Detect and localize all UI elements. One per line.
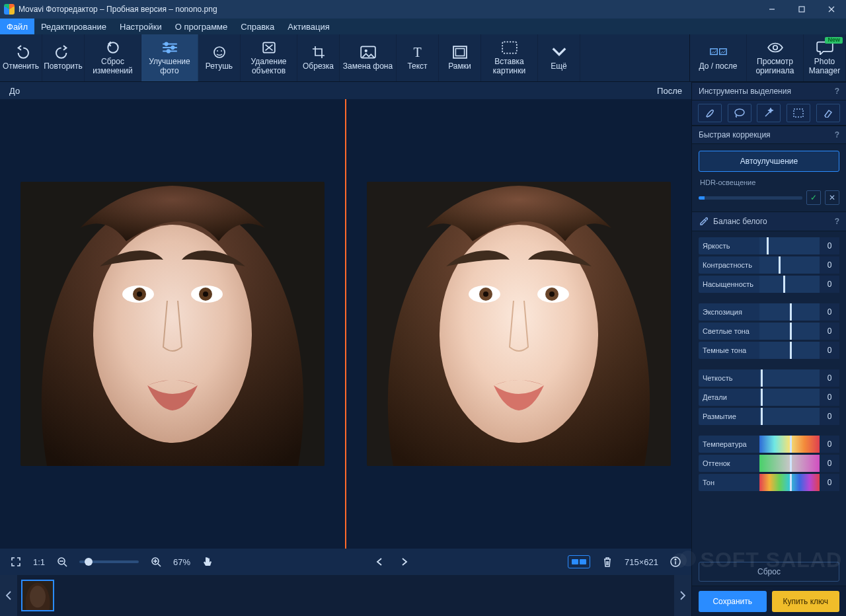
more-button[interactable]: Ещё xyxy=(538,34,580,81)
before-after-toggle[interactable]: До / после xyxy=(690,34,747,81)
lasso-tool-button[interactable] xyxy=(728,104,751,122)
view-original-button[interactable]: Просмотр оригинала xyxy=(747,34,804,81)
svg-point-12 xyxy=(217,50,218,52)
eraser-icon xyxy=(260,40,278,55)
svg-point-37 xyxy=(483,291,488,297)
svg-rect-18 xyxy=(455,48,464,56)
bg-replace-label: Замена фона xyxy=(343,62,393,71)
prev-button[interactable] xyxy=(371,554,387,570)
info-button[interactable] xyxy=(668,554,683,570)
selection-tools-label: Инструменты выделения xyxy=(699,87,791,96)
view-original-label: Просмотр оригинала xyxy=(750,58,800,75)
minimize-button[interactable] xyxy=(757,0,787,19)
before-label: До xyxy=(9,86,20,96)
menu-about[interactable]: О программе xyxy=(169,19,235,34)
new-badge: New xyxy=(825,37,843,44)
reset-changes-button[interactable]: Сброс изменений xyxy=(85,34,141,81)
wand-tool-button[interactable] xyxy=(757,104,781,122)
crop-icon xyxy=(310,45,327,59)
reset-button[interactable]: Сброс xyxy=(699,562,839,582)
delete-button[interactable] xyxy=(599,554,615,570)
reset-icon xyxy=(104,40,122,55)
svg-line-43 xyxy=(158,564,161,566)
blur-slider[interactable]: Размытие0 xyxy=(699,408,839,425)
contrast-slider[interactable]: Контрастность0 xyxy=(699,256,839,274)
insert-image-icon xyxy=(501,40,518,55)
help-icon[interactable]: ? xyxy=(835,130,839,139)
frames-button[interactable]: Рамки xyxy=(439,34,481,81)
enhance-button[interactable]: Улучшение фото xyxy=(141,34,198,81)
hue-slider[interactable]: Тон0 xyxy=(699,474,839,491)
menubar: Файл Редактирование Настройки О программ… xyxy=(0,19,846,34)
highlights-slider[interactable]: Светлые тона0 xyxy=(699,323,839,340)
thumbnail-item[interactable] xyxy=(21,580,54,611)
redo-button[interactable]: Повторить xyxy=(42,34,85,81)
compare-icon xyxy=(710,45,727,59)
undo-button[interactable]: Отменить xyxy=(0,34,42,81)
hdr-cancel-button[interactable]: ✕ xyxy=(825,190,839,205)
hdr-slider[interactable] xyxy=(699,196,802,200)
close-button[interactable] xyxy=(816,0,846,19)
text-button[interactable]: T Текст xyxy=(397,34,439,81)
crop-button[interactable]: Обрезка xyxy=(297,34,340,81)
temperature-slider[interactable]: Температура0 xyxy=(699,436,839,453)
marquee-tool-button[interactable] xyxy=(787,104,810,122)
zoom-out-button[interactable] xyxy=(54,554,70,570)
more-label: Ещё xyxy=(551,62,567,71)
quick-fix-header: Быстрая коррекция ? xyxy=(692,126,846,144)
exposure-slider[interactable]: Экспозиция0 xyxy=(699,303,839,321)
details-slider[interactable]: Детали0 xyxy=(699,389,839,406)
sliders-icon xyxy=(161,40,178,55)
photo-manager-button[interactable]: New Photo Manager xyxy=(804,34,846,81)
help-icon[interactable]: ? xyxy=(835,217,839,226)
hdr-apply-button[interactable]: ✓ xyxy=(806,190,821,205)
one-to-one-button[interactable]: 1:1 xyxy=(33,557,45,567)
retouch-button[interactable]: Ретушь xyxy=(198,34,241,81)
maximize-button[interactable] xyxy=(787,0,816,19)
menu-edit[interactable]: Редактирование xyxy=(34,19,113,34)
shadows-slider[interactable]: Темные тона0 xyxy=(699,342,839,359)
auto-enhance-button[interactable]: Автоулучшение xyxy=(699,151,839,172)
svg-point-48 xyxy=(675,559,676,560)
thumb-prev-button[interactable] xyxy=(0,575,17,616)
before-after-header: До После xyxy=(0,82,691,99)
menu-settings[interactable]: Настройки xyxy=(113,19,169,34)
right-panel: Инструменты выделения ? Быстрая коррекци… xyxy=(691,82,846,616)
eye-icon xyxy=(767,40,784,55)
brush-tool-button[interactable] xyxy=(698,104,722,122)
object-removal-button[interactable]: Удаление объектов xyxy=(241,34,297,81)
brightness-slider[interactable]: Яркость0 xyxy=(699,237,839,254)
svg-point-51 xyxy=(735,109,744,116)
zoom-in-button[interactable] xyxy=(148,554,164,570)
fullscreen-button[interactable] xyxy=(8,554,24,570)
menu-file[interactable]: Файл xyxy=(0,19,34,34)
menu-activation[interactable]: Активация xyxy=(281,19,336,34)
zoom-slider[interactable] xyxy=(79,560,139,563)
help-icon[interactable]: ? xyxy=(835,87,839,96)
thumb-next-button[interactable] xyxy=(674,575,691,616)
save-button[interactable]: Сохранить xyxy=(699,591,767,612)
before-image xyxy=(20,182,325,466)
menu-help[interactable]: Справка xyxy=(234,19,281,34)
thumbnail-strip xyxy=(0,575,691,616)
reset-changes-label: Сброс изменений xyxy=(87,58,138,75)
svg-rect-52 xyxy=(794,109,803,117)
eraser-tool-button[interactable] xyxy=(816,104,840,122)
canvas[interactable] xyxy=(0,99,691,549)
after-label: После xyxy=(657,86,682,96)
tint-slider[interactable]: Оттенок0 xyxy=(699,455,839,472)
enhance-label: Улучшение фото xyxy=(144,58,195,75)
insert-image-button[interactable]: Вставка картинки xyxy=(481,34,538,81)
bg-replace-button[interactable]: Замена фона xyxy=(340,34,397,81)
zoom-value: 67% xyxy=(173,557,190,567)
buy-key-button[interactable]: Купить ключ xyxy=(772,591,840,612)
compare-mode-button[interactable] xyxy=(568,555,590,568)
next-button[interactable] xyxy=(397,554,412,570)
object-removal-label: Удаление объектов xyxy=(243,58,294,75)
white-balance-header[interactable]: Баланс белого ? xyxy=(692,212,846,231)
app-logo-icon xyxy=(4,4,15,15)
pan-button[interactable] xyxy=(200,554,215,570)
sharpness-slider[interactable]: Четкость0 xyxy=(699,369,839,387)
redo-icon xyxy=(55,45,72,59)
saturation-slider[interactable]: Насыщенность0 xyxy=(699,276,839,293)
